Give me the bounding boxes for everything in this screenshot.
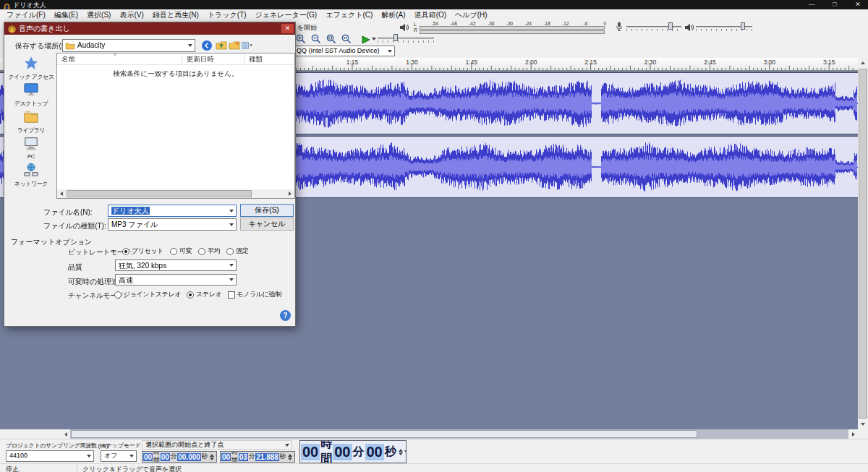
sidebar-item-label: PC [27,153,35,160]
sidebar-item-label: ライブラリ [17,126,45,134]
channel-radio-1[interactable]: ステレオ [187,290,221,299]
time-digits[interactable]: 00 [221,453,231,461]
slider-thumb[interactable] [393,34,398,41]
list-hscroll-thumb[interactable] [67,190,252,197]
channel-radio-0[interactable]: ジョイントステレオ [114,290,181,299]
variable-speed-combo[interactable]: 高速 [115,274,237,286]
time-digits[interactable]: 00 [301,444,320,460]
bitrate-radio-3[interactable]: 固定 [226,246,248,256]
menu-item-4[interactable]: 録音と再生(N) [148,9,203,20]
sidebar-item-1[interactable]: デスクトップ [9,82,54,109]
time-spinner[interactable] [397,449,403,455]
dialog-title: 音声の書き出し [19,22,70,35]
playback-meter-left[interactable] [420,26,605,30]
scroll-left-button[interactable] [57,189,66,198]
maximize-button[interactable]: □ [825,0,845,9]
slider-thumb[interactable] [668,22,673,30]
scroll-up-button[interactable] [858,58,868,68]
time-menu-caret-icon[interactable] [294,455,295,458]
menu-item-9[interactable]: 道具箱(O) [410,9,451,20]
vscroll-thumb[interactable] [859,69,867,419]
menu-item-7[interactable]: エフェクト(C) [321,9,377,20]
minimize-button[interactable]: — [801,0,822,9]
zoom-selection-icon[interactable] [324,33,338,45]
menu-item-0[interactable]: ファイル(F) [2,9,50,20]
hscroll-thumb[interactable] [71,430,697,438]
menu-item-6[interactable]: ジェネレーター(G) [251,9,322,20]
cancel-button[interactable]: キャンセル [240,218,294,231]
svg-text:2:15: 2:15 [584,59,597,66]
time-digits[interactable]: 00 [333,444,352,460]
filename-value: ドリオ夫人 [111,207,150,215]
bitrate-radio-1[interactable]: 可変 [170,246,192,256]
help-button[interactable]: ? [280,310,291,321]
scroll-right-button[interactable] [848,429,858,439]
column-modified[interactable]: 更新日時 [187,55,214,64]
save-location-combo[interactable]: Audacity [62,39,195,52]
time-digits[interactable]: 00 [365,444,384,460]
scroll-down-button[interactable] [858,419,868,429]
horizontal-scrollbar[interactable] [61,429,858,439]
sidebar-item-0[interactable]: クイック アクセス [9,56,54,82]
play-speed-slider[interactable] [378,34,434,43]
menu-item-3[interactable]: 表示(V) [115,9,148,20]
quality-combo[interactable]: 狂気, 320 kbps [115,259,237,271]
list-horizontal-scrollbar[interactable] [57,189,294,198]
file-list[interactable]: 名前 ∧ 更新日時 種類 検索条件に一致する項目はありません。 [56,53,295,199]
zoom-out-icon[interactable] [309,33,323,45]
filename-input[interactable]: ドリオ夫人 [108,205,237,217]
time-digits[interactable]: 21.888 [255,453,279,461]
sidebar-item-3[interactable]: PC [9,136,54,163]
checkbox-label: モノラルに強制 [237,290,281,299]
play-at-speed-caret-icon[interactable] [372,38,376,40]
close-button[interactable]: ✕ [848,0,868,9]
dialog-title-bar[interactable]: 音声の書き出し ✕ [4,22,295,35]
meter-monitor-text[interactable]: を開始 [297,23,317,33]
menu-item-5[interactable]: トラック(T) [203,9,251,20]
view-menu-icon[interactable] [242,40,258,52]
playback-device-combo[interactable]: QQ (Intel SST Audio Device) [294,46,395,56]
time-spinner[interactable] [208,454,214,460]
audio-position-field[interactable]: 00時間00分00秒 [299,440,407,463]
zoom-fit-icon[interactable] [339,33,353,45]
filetype-combo[interactable]: MP3 ファイル [108,218,237,231]
scroll-right-button[interactable] [286,189,294,198]
up-folder-icon[interactable] [216,40,228,52]
bitrate-radio-0[interactable]: プリセット [122,246,163,256]
sidebar-item-4[interactable]: ネットワーク [9,163,54,189]
time-menu-caret-icon[interactable] [404,450,407,453]
menu-item-10[interactable]: ヘルプ(H) [451,9,492,20]
column-name[interactable]: 名前 [61,55,75,64]
recording-volume-slider[interactable] [626,22,681,32]
slider-thumb[interactable] [741,22,745,30]
play-at-speed-button[interactable] [361,34,371,43]
sample-rate-combo[interactable]: 44100 [6,450,94,462]
dialog-close-button[interactable]: ✕ [281,24,294,33]
time-menu-caret-icon[interactable] [216,455,217,458]
status-separator [77,465,77,472]
menu-item-1[interactable]: 編集(E) [50,9,82,20]
save-button[interactable]: 保存(S) [240,204,294,217]
sidebar-item-2[interactable]: ライブラリ [9,109,54,136]
force-mono-checkbox[interactable]: モノラルに強制 [228,290,281,299]
menu-item-2[interactable]: 選択(S) [82,9,115,20]
time-digits[interactable]: 00 [161,453,170,461]
scroll-left-button[interactable] [61,429,70,439]
snap-mode-combo[interactable]: オフ [101,450,137,462]
column-type[interactable]: 種類 [249,55,263,64]
time-digits[interactable]: 00 [143,453,153,461]
time-spinner[interactable] [286,454,292,460]
time-digits[interactable]: 00.000 [177,453,201,461]
playback-meter-right[interactable] [420,30,605,34]
selection-end-field[interactable]: 00時間03分21.888秒 [220,451,295,463]
selection-start-field[interactable]: 00時間00分00.000秒 [142,451,217,463]
time-digits[interactable]: 03 [239,453,248,461]
back-icon[interactable] [201,40,213,52]
menu-item-8[interactable]: 解析(A) [377,9,409,20]
selection-mode-combo[interactable]: 選択範囲の開始点と終了点 [142,440,292,450]
time-unit: 秒 [384,445,397,460]
playback-volume-slider[interactable] [696,22,752,32]
vertical-scrollbar[interactable] [858,58,868,429]
new-folder-icon[interactable] [229,40,241,52]
bitrate-radio-2[interactable]: 平均 [198,246,220,256]
